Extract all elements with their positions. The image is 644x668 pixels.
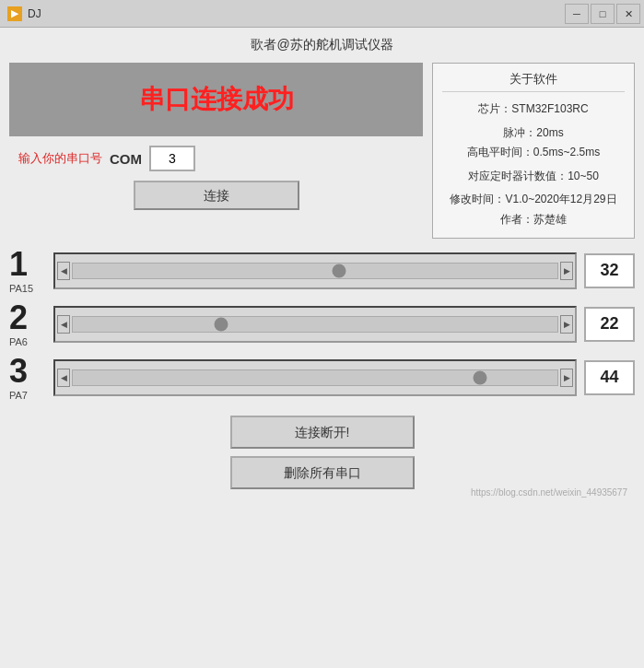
slider-left-arrow-1[interactable]: ◀ bbox=[57, 262, 70, 280]
maximize-button[interactable]: □ bbox=[591, 4, 615, 24]
port-row: 输入你的串口号 COM bbox=[9, 146, 423, 171]
slider-right-arrow-3[interactable]: ▶ bbox=[560, 369, 573, 387]
app-title: DJ bbox=[28, 7, 41, 20]
channel-pin-3: PA7 bbox=[9, 390, 28, 401]
channel-row-2: 2PA6◀▶22 bbox=[9, 301, 635, 347]
slider-outer-1: ◀▶ bbox=[53, 252, 577, 289]
slider-input-1[interactable] bbox=[72, 263, 558, 279]
slider-input-2[interactable] bbox=[72, 316, 558, 333]
about-pulse: 脉冲：20ms bbox=[442, 123, 625, 144]
value-box-3: 44 bbox=[584, 360, 635, 395]
delete-all-button[interactable]: 删除所有串口 bbox=[230, 456, 415, 489]
channel-row-3: 3PA7◀▶44 bbox=[9, 355, 635, 401]
com-label: COM bbox=[110, 151, 142, 167]
title-bar-controls: ─ □ ✕ bbox=[565, 0, 640, 28]
channel-num-2: 2 bbox=[9, 301, 28, 334]
port-input[interactable] bbox=[149, 146, 195, 171]
slider-left-arrow-2[interactable]: ◀ bbox=[57, 315, 70, 334]
close-button[interactable]: ✕ bbox=[616, 4, 640, 24]
slider-right-arrow-2[interactable]: ▶ bbox=[560, 315, 573, 334]
slider-right-arrow-1[interactable]: ▶ bbox=[560, 262, 573, 280]
about-highlevel: 高电平时间：0.5ms~2.5ms bbox=[442, 143, 625, 163]
connect-button[interactable]: 连接 bbox=[134, 181, 299, 210]
channel-num-1: 1 bbox=[9, 248, 28, 281]
channel-info-1: 1PA15 bbox=[9, 248, 46, 294]
value-box-2: 22 bbox=[584, 307, 635, 342]
minimize-button[interactable]: ─ bbox=[565, 4, 589, 24]
window-title: 歌者@苏的舵机调试仪器 bbox=[9, 37, 635, 53]
main-window: 歌者@苏的舵机调试仪器 串口连接成功 输入你的串口号 COM 连接 关于软件 芯… bbox=[0, 28, 644, 668]
channel-info-2: 2PA6 bbox=[9, 301, 46, 347]
status-text: 串口连接成功 bbox=[139, 82, 294, 117]
about-title: 关于软件 bbox=[442, 71, 625, 92]
slider-input-3[interactable] bbox=[72, 369, 558, 386]
slider-outer-2: ◀▶ bbox=[53, 306, 577, 343]
channel-row-1: 1PA15◀▶32 bbox=[9, 248, 635, 294]
slider-outer-3: ◀▶ bbox=[53, 359, 577, 396]
app-icon: ▶ bbox=[7, 6, 22, 21]
channel-pin-2: PA6 bbox=[9, 336, 28, 347]
disconnect-button[interactable]: 连接断开! bbox=[230, 416, 415, 449]
sliders-section: 1PA15◀▶322PA6◀▶223PA7◀▶44 bbox=[9, 248, 635, 401]
title-bar: ▶ DJ ─ □ ✕ bbox=[0, 0, 644, 28]
status-box: 串口连接成功 bbox=[9, 63, 423, 136]
slider-left-arrow-3[interactable]: ◀ bbox=[57, 369, 70, 387]
content-area: 串口连接成功 输入你的串口号 COM 连接 关于软件 芯片：STM32F103R… bbox=[9, 63, 635, 239]
about-chip: 芯片：STM32F103RC bbox=[442, 100, 625, 120]
value-box-1: 32 bbox=[584, 253, 635, 288]
watermark: https://blog.csdn.net/weixin_44935677 bbox=[2, 487, 627, 498]
channel-num-3: 3 bbox=[9, 355, 28, 388]
about-version: 修改时间：V1.0~2020年12月29日 bbox=[442, 190, 625, 210]
about-author: 作者：苏楚雄 bbox=[442, 210, 625, 230]
about-timerval: 对应定时器计数值：10~50 bbox=[442, 167, 625, 187]
port-label: 输入你的串口号 bbox=[18, 150, 102, 167]
bottom-buttons: 连接断开! 删除所有串口 bbox=[9, 416, 635, 489]
channel-pin-1: PA15 bbox=[9, 283, 33, 294]
channel-info-3: 3PA7 bbox=[9, 355, 46, 401]
left-panel: 串口连接成功 输入你的串口号 COM 连接 bbox=[9, 63, 423, 239]
about-panel: 关于软件 芯片：STM32F103RC 脉冲：20ms 高电平时间：0.5ms~… bbox=[432, 63, 635, 239]
